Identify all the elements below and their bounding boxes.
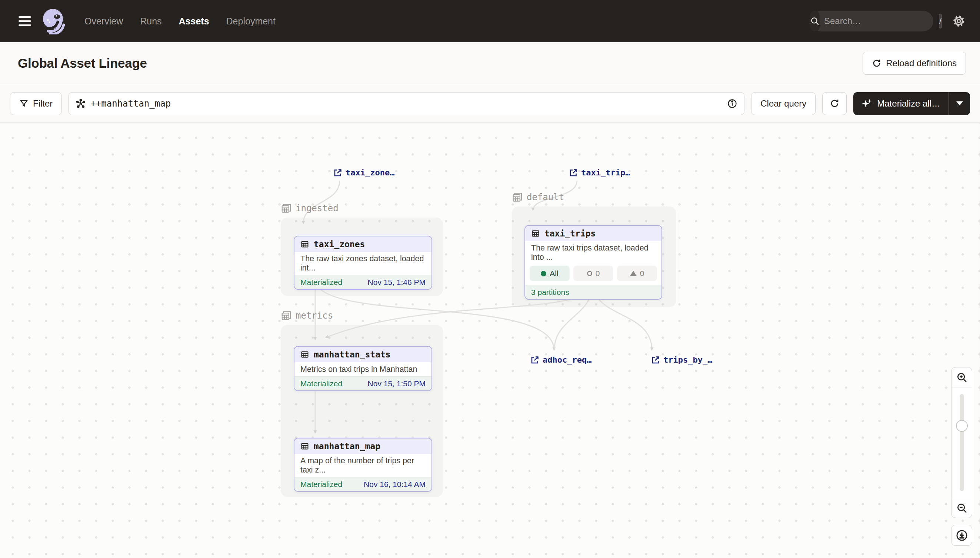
nav-item-overview[interactable]: Overview [84, 16, 123, 27]
materialize-all-split-button: Materialize all… [853, 92, 970, 115]
materialization-timestamp[interactable]: Nov 15, 1:50 PM [368, 379, 425, 388]
filter-button[interactable]: Filter [10, 92, 62, 115]
clear-query-button[interactable]: Clear query [751, 92, 815, 115]
zoom-out-button[interactable] [952, 498, 972, 518]
nav-item-assets[interactable]: Assets [179, 16, 209, 27]
asset-description: Metrics on taxi trips in Manhattan [295, 362, 432, 376]
external-link-icon [333, 168, 342, 177]
external-asset-adhoc-req[interactable]: adhoc_req… [530, 355, 591, 364]
download-icon [955, 529, 968, 542]
asset-description: A map of the number of trips per taxi z.… [295, 454, 432, 477]
nav-item-deployment[interactable]: Deployment [226, 16, 275, 27]
query-info-icon[interactable] [727, 98, 738, 109]
group-label-ingested[interactable]: ingested [281, 203, 339, 214]
gear-icon[interactable] [952, 14, 966, 28]
dagster-logo-icon[interactable] [41, 8, 66, 34]
table-icon [300, 240, 309, 249]
zoom-slider[interactable] [952, 387, 972, 498]
filled-dot-icon [541, 271, 546, 276]
ring-icon [587, 271, 592, 276]
search-shortcut-badge: / [939, 14, 942, 28]
group-label-metrics[interactable]: metrics [281, 310, 333, 321]
asset-name: taxi_trips [544, 229, 596, 238]
status-badge: Materialized [300, 480, 342, 489]
zoom-in-icon [956, 372, 967, 383]
materialize-dropdown-button[interactable] [949, 92, 970, 115]
asset-query-field[interactable] [69, 92, 744, 115]
partitions-materialized-badge[interactable]: All [530, 266, 570, 281]
partitions-count[interactable]: 3 partitions [531, 288, 569, 297]
lineage-toolbar: Filter Clear query Materialize all… [0, 84, 980, 123]
status-badge: Materialized [300, 379, 342, 388]
asset-group-icon [512, 192, 523, 203]
hamburger-menu-icon[interactable] [18, 16, 31, 26]
partitions-failed-badge[interactable]: 0 [573, 266, 613, 281]
asset-name: taxi_zones [314, 240, 365, 249]
table-icon [300, 350, 309, 359]
status-badge: Materialized [300, 278, 342, 287]
external-asset-taxi-trip[interactable]: taxi_trip… [569, 168, 630, 177]
zoom-slider-thumb[interactable] [956, 420, 968, 432]
download-view-button[interactable] [951, 525, 972, 546]
asset-node-manhattan-map[interactable]: manhattan_map A map of the number of tri… [294, 438, 432, 492]
nav-links: Overview Runs Assets Deployment [84, 16, 275, 27]
search-icon [810, 11, 820, 31]
top-nav: Overview Runs Assets Deployment / [0, 0, 980, 42]
global-search[interactable]: / [810, 11, 933, 31]
asset-group-icon [281, 203, 292, 214]
group-label-default[interactable]: default [512, 192, 564, 203]
asset-query-input[interactable] [91, 98, 723, 109]
filter-funnel-icon [19, 99, 28, 108]
materialize-all-button[interactable]: Materialize all… [853, 92, 949, 115]
asset-description: The raw taxi zones dataset, loaded int..… [295, 252, 432, 275]
refresh-icon [830, 98, 840, 108]
chevron-down-icon [956, 102, 963, 105]
asset-node-taxi-zones[interactable]: taxi_zones The raw taxi zones dataset, l… [294, 236, 432, 290]
nav-item-runs[interactable]: Runs [140, 16, 161, 27]
page-title: Global Asset Lineage [18, 56, 147, 71]
search-input[interactable] [820, 16, 939, 26]
reload-definitions-button[interactable]: Reload definitions [863, 52, 966, 75]
asset-lineage-canvas[interactable]: ingested default metrics taxi_zone… taxi… [0, 123, 980, 558]
external-asset-taxi-zone[interactable]: taxi_zone… [333, 168, 394, 177]
triangle-icon [630, 271, 637, 276]
zoom-controls [951, 367, 972, 518]
materialization-timestamp[interactable]: Nov 16, 10:14 AM [364, 480, 425, 489]
external-asset-trips-by[interactable]: trips_by_… [651, 355, 712, 364]
table-icon [300, 442, 309, 451]
asset-name: manhattan_map [314, 441, 380, 451]
asset-name: manhattan_stats [314, 350, 391, 359]
sparkle-icon [861, 98, 873, 109]
materialization-timestamp[interactable]: Nov 15, 1:46 PM [368, 278, 425, 287]
asset-description: The raw taxi trips dataset, loaded into … [525, 241, 662, 264]
lineage-edges [0, 123, 980, 558]
page-header: Global Asset Lineage Reload definitions [0, 42, 980, 84]
partitions-missing-badge[interactable]: 0 [617, 266, 657, 281]
asset-node-taxi-trips[interactable]: taxi_trips The raw taxi trips dataset, l… [524, 225, 662, 300]
asset-graph-icon [76, 98, 86, 109]
zoom-out-icon [956, 502, 967, 514]
partition-health-badges: All 0 0 [525, 264, 662, 285]
external-link-icon [530, 356, 539, 364]
external-link-icon [651, 356, 660, 364]
table-icon [531, 229, 540, 238]
zoom-in-button[interactable] [952, 368, 972, 387]
zoom-slider-track[interactable] [960, 394, 964, 491]
refresh-button[interactable] [822, 92, 847, 115]
reload-icon [872, 59, 881, 68]
asset-group-icon [281, 310, 292, 321]
external-link-icon [569, 168, 578, 177]
asset-node-manhattan-stats[interactable]: manhattan_stats Metrics on taxi trips in… [294, 346, 432, 391]
